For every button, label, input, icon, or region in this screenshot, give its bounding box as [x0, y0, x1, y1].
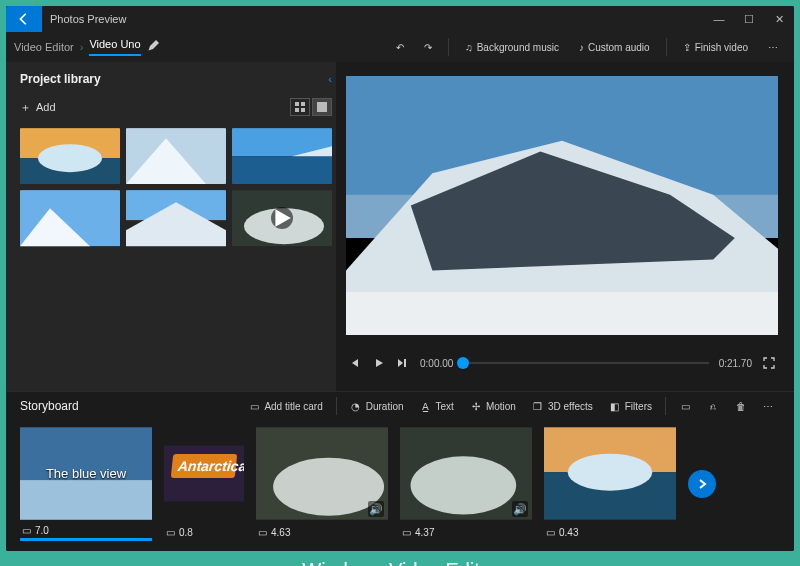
- clock-icon: ◔: [350, 400, 362, 412]
- preview-panel: 0:00.00 0:21.70: [336, 62, 794, 391]
- add-media-button[interactable]: ＋ Add: [20, 100, 56, 115]
- trim-icon: ▭: [679, 400, 691, 412]
- close-button[interactable]: ✕: [764, 6, 794, 32]
- motion-icon: ✢: [470, 400, 482, 412]
- clip-overlay-text: Antarctica: [171, 454, 238, 478]
- custom-audio-label: Custom audio: [588, 42, 650, 53]
- svg-rect-24: [346, 292, 778, 335]
- library-thumb-3[interactable]: [232, 128, 332, 184]
- svg-marker-26: [376, 359, 383, 367]
- video-icon: ▭: [258, 527, 267, 538]
- storyboard-clip-4[interactable]: 🔊 ▭4.37: [400, 426, 532, 541]
- titlebar: Photos Preview — ☐ ✕: [6, 6, 794, 32]
- project-library-panel: Project library ‹ ＋ Add: [6, 62, 336, 391]
- storyboard-clip-1[interactable]: The blue view ▭7.0: [20, 426, 152, 541]
- divider: [666, 38, 667, 56]
- seek-slider[interactable]: [463, 356, 708, 370]
- finish-label: Finish video: [695, 42, 748, 53]
- prev-frame-button[interactable]: [348, 356, 362, 370]
- storyboard-title: Storyboard: [20, 399, 79, 413]
- view-grid-button[interactable]: [290, 98, 310, 116]
- text-button[interactable]: A̲Text: [413, 397, 461, 415]
- custom-audio-button[interactable]: ♪ Custom audio: [571, 38, 658, 57]
- library-thumb-2[interactable]: [126, 128, 226, 184]
- collapse-library-icon[interactable]: ‹: [328, 73, 332, 85]
- breadcrumb-current[interactable]: Video Uno: [89, 38, 140, 56]
- storyboard-clip-2[interactable]: Antarctica ▭0.8: [164, 426, 244, 541]
- svg-point-35: [411, 457, 517, 515]
- minimize-button[interactable]: —: [704, 6, 734, 32]
- motion-button[interactable]: ✢Motion: [463, 397, 523, 415]
- clip-duration: 0.8: [179, 527, 193, 538]
- svg-marker-19: [275, 210, 290, 228]
- audio-icon: ♪: [579, 42, 584, 53]
- svg-rect-11: [232, 156, 332, 184]
- undo-button[interactable]: ↶: [388, 38, 412, 57]
- view-large-button[interactable]: [312, 98, 332, 116]
- svg-rect-28: [404, 359, 406, 367]
- library-thumb-6[interactable]: [232, 190, 332, 246]
- clip-duration: 4.37: [415, 527, 434, 538]
- fullscreen-button[interactable]: [762, 356, 776, 370]
- svg-rect-4: [317, 102, 327, 112]
- cube-icon: ❒: [532, 400, 544, 412]
- svg-point-38: [568, 454, 652, 491]
- add-title-card-button[interactable]: ▭Add title card: [241, 397, 329, 415]
- background-music-button[interactable]: ♫ Background music: [457, 38, 567, 57]
- maximize-button[interactable]: ☐: [734, 6, 764, 32]
- more-button[interactable]: ⋯: [760, 38, 786, 57]
- library-title: Project library: [20, 72, 101, 86]
- sound-icon: 🔊: [368, 501, 384, 517]
- redo-icon: ↷: [424, 42, 432, 53]
- trim-button[interactable]: ▭: [672, 397, 698, 415]
- image-icon: ▭: [546, 527, 555, 538]
- svg-rect-0: [295, 102, 299, 106]
- storyboard-more-button[interactable]: ⋯: [756, 398, 780, 415]
- breadcrumb-bar: Video Editor › Video Uno ↶ ↷ ♫ Backgroun…: [6, 32, 794, 62]
- split-button[interactable]: ⎌: [700, 397, 726, 415]
- split-icon: ⎌: [707, 400, 719, 412]
- clip-duration: 4.63: [271, 527, 290, 538]
- storyboard-clip-5[interactable]: ▭0.43: [544, 426, 676, 541]
- scroll-right-button[interactable]: [688, 470, 716, 498]
- play-button[interactable]: [372, 356, 386, 370]
- delete-button[interactable]: 🗑: [728, 397, 754, 415]
- window-title: Photos Preview: [42, 13, 126, 25]
- clip-duration: 7.0: [35, 525, 49, 536]
- duration-button[interactable]: ◔Duration: [343, 397, 411, 415]
- library-thumb-4[interactable]: [20, 190, 120, 246]
- card-icon: ▭: [248, 400, 260, 412]
- clip-overlay-text: The blue view: [20, 426, 152, 521]
- text-icon: A̲: [420, 400, 432, 412]
- current-time: 0:00.00: [420, 358, 453, 369]
- storyboard-clip-3[interactable]: 🔊 ▭4.63: [256, 426, 388, 541]
- breadcrumb-root[interactable]: Video Editor: [14, 41, 74, 53]
- duration-label: Duration: [366, 401, 404, 412]
- 3d-effects-button[interactable]: ❒3D effects: [525, 397, 600, 415]
- trash-icon: 🗑: [735, 400, 747, 412]
- image-icon: ▭: [22, 525, 31, 536]
- redo-button[interactable]: ↷: [416, 38, 440, 57]
- next-frame-button[interactable]: [396, 356, 410, 370]
- text-label: Text: [436, 401, 454, 412]
- library-thumb-1[interactable]: [20, 128, 120, 184]
- finish-video-button[interactable]: ⇪ Finish video: [675, 38, 756, 57]
- sound-icon: 🔊: [512, 501, 528, 517]
- back-button[interactable]: [6, 6, 42, 32]
- storyboard-panel: Storyboard ▭Add title card ◔Duration A̲T…: [6, 391, 794, 551]
- svg-marker-27: [398, 359, 403, 367]
- total-time: 0:21.70: [719, 358, 752, 369]
- divider: [448, 38, 449, 56]
- video-icon: ▭: [402, 527, 411, 538]
- filters-button[interactable]: ◧Filters: [602, 397, 659, 415]
- preview-video[interactable]: [346, 76, 778, 335]
- svg-rect-2: [295, 108, 299, 112]
- chevron-right-icon: ›: [80, 41, 84, 53]
- transport-bar: 0:00.00 0:21.70: [346, 345, 778, 381]
- clip-duration: 0.43: [559, 527, 578, 538]
- library-thumb-5[interactable]: [126, 190, 226, 246]
- music-icon: ♫: [465, 42, 473, 53]
- filter-icon: ◧: [609, 400, 621, 412]
- rename-icon[interactable]: [147, 40, 159, 54]
- divider: [665, 397, 666, 415]
